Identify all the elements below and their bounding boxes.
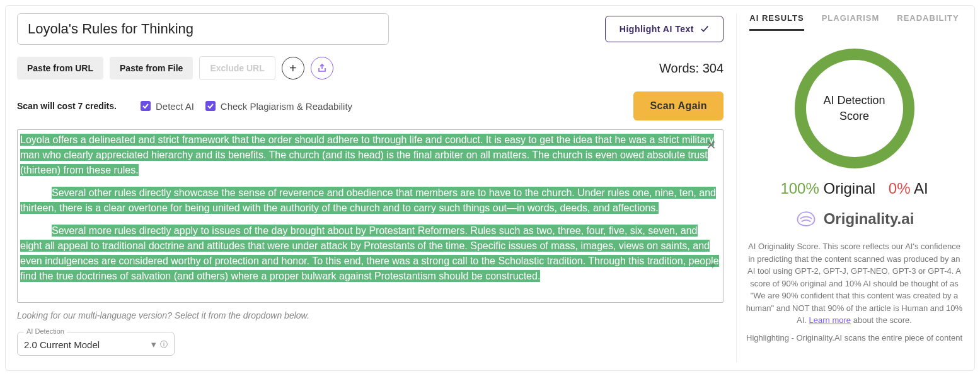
- share-icon: [317, 63, 327, 73]
- ai-pct: 0%: [889, 180, 911, 197]
- original-pct: 100%: [780, 180, 819, 197]
- detect-ai-option[interactable]: Detect AI: [141, 101, 194, 112]
- highlighting-description: Highlighting - Originality.AI scans the …: [746, 333, 963, 343]
- brand: Originality.ai: [746, 210, 963, 228]
- score-ring-l1: AI Detection: [823, 93, 885, 108]
- language-hint: Looking for our multi-language version? …: [17, 310, 723, 320]
- paste-file-button[interactable]: Paste from File: [110, 57, 193, 79]
- exclude-url-button[interactable]: Exclude URL: [199, 56, 275, 80]
- info-icon: ⓘ: [160, 339, 168, 350]
- plagiarism-label: Check Plagiarism & Readability: [221, 101, 352, 112]
- checkbox-icon: [141, 101, 151, 111]
- content-p3: Several more rules directly apply to iss…: [20, 225, 719, 282]
- ai-label: AI: [914, 180, 928, 197]
- tab-plagiarism[interactable]: PLAGIARISM: [822, 13, 880, 31]
- tab-ai-results[interactable]: AI RESULTS: [749, 13, 804, 31]
- word-count: Words: 304: [659, 61, 723, 76]
- plagiarism-option[interactable]: Check Plagiarism & Readability: [205, 101, 352, 112]
- highlight-ai-button[interactable]: Highlight AI Text: [605, 16, 723, 42]
- paste-url-button[interactable]: Paste from URL: [17, 57, 103, 79]
- brand-name: Originality.ai: [824, 210, 914, 228]
- model-value: 2.0 Current Model: [24, 339, 100, 350]
- tab-readability[interactable]: READABILITY: [897, 13, 959, 31]
- model-legend: AI Detection: [24, 327, 67, 335]
- score-percents: 100% Original 0% AI: [746, 180, 963, 197]
- brand-logo-icon: [795, 210, 817, 228]
- content-editor[interactable]: ✕ ✦ Loyola offers a delineated and stric…: [17, 129, 723, 303]
- content-p2: Several other rules directly showcase th…: [20, 187, 716, 214]
- highlight-ai-label: Highlight AI Text: [620, 24, 694, 34]
- close-icon[interactable]: ✕: [706, 138, 717, 153]
- credits-label: Scan will cost 7 credits.: [17, 101, 117, 111]
- plus-icon: +: [289, 61, 297, 76]
- checkbox-icon: [205, 101, 216, 111]
- add-button[interactable]: +: [282, 57, 304, 79]
- expand-icon[interactable]: ✦: [709, 261, 719, 271]
- original-label: Original: [823, 180, 875, 197]
- score-ring: AI Detection Score: [795, 49, 914, 168]
- share-button[interactable]: [311, 57, 333, 79]
- check-icon: [700, 25, 709, 33]
- chevron-down-icon: ▾: [151, 339, 156, 350]
- detect-ai-label: Detect AI: [156, 101, 194, 112]
- title-input[interactable]: [17, 13, 389, 45]
- score-ring-l2: Score: [839, 108, 869, 124]
- learn-more-link[interactable]: Learn more: [809, 315, 851, 325]
- content-p1: Loyola offers a delineated and strict fr…: [20, 134, 714, 176]
- model-select[interactable]: AI Detection 2.0 Current Model ▾ ⓘ: [17, 332, 175, 356]
- score-description: AI Originality Score. This score reflect…: [746, 240, 963, 327]
- scan-again-button[interactable]: Scan Again: [633, 91, 723, 120]
